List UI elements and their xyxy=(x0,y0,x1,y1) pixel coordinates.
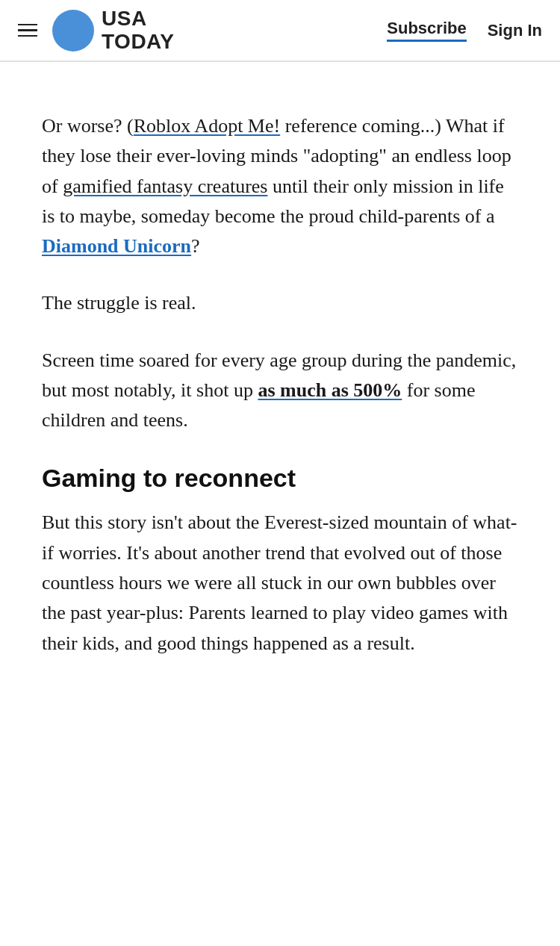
paragraph-1-text-after-link3: ? xyxy=(191,235,200,257)
logo-usa: USA xyxy=(102,7,174,31)
section-heading-gaming: Gaming to reconnect xyxy=(42,463,518,494)
logo-text: USA TODAY xyxy=(102,7,174,54)
paragraph-1-text-before-link1: Or worse? ( xyxy=(42,115,134,137)
paragraph-4: But this story isn't about the Everest-s… xyxy=(42,508,518,658)
header-divider xyxy=(0,61,560,62)
logo-today: TODAY xyxy=(102,31,174,54)
header-left: USA TODAY xyxy=(18,7,174,54)
header: USA TODAY Subscribe Sign In xyxy=(0,0,560,61)
logo-link[interactable]: USA TODAY xyxy=(52,7,174,54)
logo-circle xyxy=(52,10,94,52)
500-percent-link[interactable]: as much as 500% xyxy=(258,379,402,401)
paragraph-2: The struggle is real. xyxy=(42,288,518,318)
paragraph-1: Or worse? (Roblox Adopt Me! reference co… xyxy=(42,111,518,261)
diamond-unicorn-link[interactable]: Diamond Unicorn xyxy=(42,235,191,257)
signin-button[interactable]: Sign In xyxy=(488,21,542,40)
article-content: Or worse? (Roblox Adopt Me! reference co… xyxy=(0,89,560,730)
gamified-fantasy-creatures-link[interactable]: gamified fantasy creatures xyxy=(63,175,267,197)
roblox-adopt-me-link[interactable]: Roblox Adopt Me! xyxy=(134,115,280,137)
header-right: Subscribe Sign In xyxy=(387,19,542,42)
paragraph-3: Screen time soared for every age group d… xyxy=(42,346,518,436)
subscribe-button[interactable]: Subscribe xyxy=(387,19,466,42)
hamburger-menu-icon[interactable] xyxy=(18,24,37,37)
